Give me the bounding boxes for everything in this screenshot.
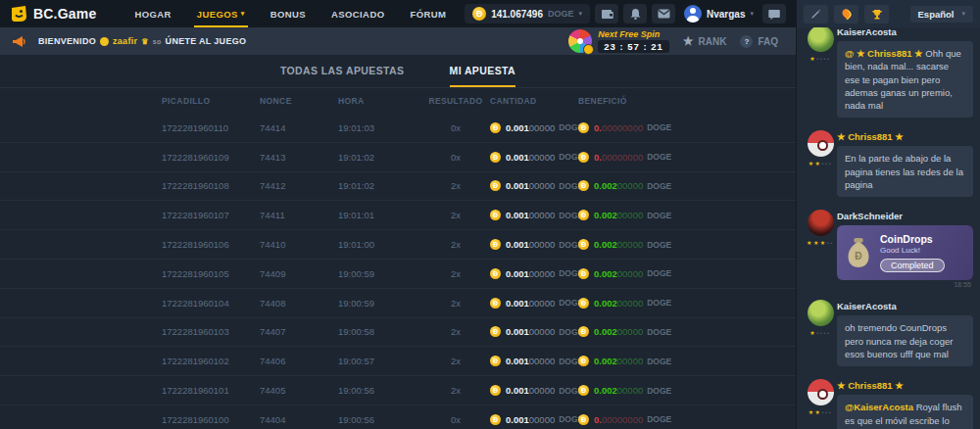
- leaderboard-button[interactable]: [864, 5, 889, 24]
- nav-item-hogar[interactable]: HOGAR: [134, 0, 171, 27]
- notifications-button[interactable]: [623, 4, 647, 24]
- profit-value: 0.: [594, 122, 602, 133]
- bet-time: 19:00:59: [338, 298, 421, 309]
- profit-value: 0.002: [594, 268, 617, 279]
- chevron-down-icon: ▾: [579, 10, 583, 18]
- bet-nonce: 74413: [260, 152, 338, 163]
- nav-item-forum[interactable]: FÓRUM: [410, 0, 446, 27]
- avatar[interactable]: [808, 210, 834, 236]
- table-row[interactable]: 17222819601017440519:00:562x Ð0.00100000…: [0, 376, 796, 405]
- profit-zeros: 00000: [617, 326, 643, 337]
- profit-zeros: 00000000: [602, 122, 643, 133]
- chat-panel-icon: [768, 9, 780, 20]
- free-spin-widget[interactable]: Next Free Spin 23 : 57 : 21: [598, 29, 669, 53]
- avatar[interactable]: [808, 379, 834, 405]
- header-time: HORA: [338, 96, 421, 106]
- table-row[interactable]: 17222819601097441319:01:020x Ð0.00100000…: [0, 143, 796, 172]
- doge-coin-icon: Ð: [490, 385, 501, 396]
- amount-value: 0.001: [506, 239, 529, 250]
- user-badge: so: [153, 38, 162, 45]
- profit-zeros: 00000: [617, 210, 643, 220]
- chat-username[interactable]: ★ Chriss881 ★: [837, 131, 973, 142]
- completed-button[interactable]: Completed: [880, 259, 945, 272]
- mention[interactable]: @ ★ Chriss881 ★: [845, 48, 923, 59]
- announcement-text: BIENVENIDO zaafir ♛ so ÚNETE AL JUEGO: [38, 36, 246, 46]
- table-row[interactable]: 17222819601057440919:00:592x Ð0.00100000…: [0, 260, 796, 289]
- svg-text:Ð: Ð: [855, 252, 861, 262]
- table-row[interactable]: 17222819601077441119:01:012x Ð0.00100000…: [0, 201, 796, 230]
- hot-topics-button[interactable]: [834, 5, 858, 24]
- profit-unit: DOGE: [647, 386, 671, 396]
- faq-button[interactable]: ? FAQ: [740, 35, 778, 48]
- bet-amount: Ð0.00100000DOGE: [490, 239, 578, 250]
- balance-selector[interactable]: Ð 141.067496 DOGE ▾: [465, 4, 590, 24]
- chat-username[interactable]: KaiserAcosta: [837, 27, 973, 37]
- amount-zeros: 00000: [529, 122, 555, 133]
- user-level-stars: ★★•••: [808, 160, 833, 167]
- bet-hash: 1722281960109: [162, 152, 260, 163]
- announced-username[interactable]: zaafir: [113, 36, 137, 46]
- bet-result: 2x: [421, 180, 490, 191]
- table-row[interactable]: 17222819601047440819:00:592x Ð0.00100000…: [0, 289, 796, 318]
- chat-message-list[interactable]: ★•••• KaiserAcosta @ ★ Chriss881 ★ Ohh q…: [797, 27, 980, 429]
- nav-item-bonus[interactable]: BONUS: [270, 0, 306, 27]
- doge-coin-icon: Ð: [578, 152, 589, 163]
- username: Nvargas: [707, 9, 745, 20]
- amount-value: 0.001: [506, 152, 529, 163]
- bet-nonce: 74411: [260, 210, 338, 220]
- avatar[interactable]: [808, 300, 834, 326]
- nav-item-juegos[interactable]: JUEGOS▾: [197, 0, 245, 27]
- bet-profit: Ð0.00200000DOGE: [578, 356, 696, 366]
- rank-label: RANK: [699, 36, 727, 47]
- join-game-link[interactable]: ÚNETE AL JUEGO: [166, 36, 247, 46]
- header-profit: BENEFICIÓ: [578, 96, 696, 106]
- doge-coin-icon: Ð: [578, 385, 589, 396]
- rank-button[interactable]: ★ RANK: [683, 34, 727, 48]
- avatar[interactable]: [808, 130, 834, 157]
- table-row[interactable]: 17222819601067441019:01:002x Ð0.00100000…: [0, 230, 796, 260]
- amount-value: 0.001: [506, 326, 529, 337]
- amount-zeros: 00000: [529, 239, 555, 250]
- chat-bubble: En la parte de abajo de la pagina tienes…: [837, 146, 973, 197]
- user-menu[interactable]: Nvargas ▾: [684, 5, 754, 23]
- chat-username[interactable]: KaiserAcosta: [837, 301, 973, 311]
- money-bag-icon: Ð: [845, 237, 872, 268]
- doge-coin-icon: Ð: [472, 7, 486, 21]
- pen-icon: [810, 9, 821, 20]
- bet-nonce: 74405: [260, 385, 338, 396]
- table-row[interactable]: 17222819601027440619:00:572x Ð0.00100000…: [0, 347, 796, 376]
- table-row[interactable]: 17222819601037440719:00:582x Ð0.00100000…: [0, 318, 796, 348]
- chat-username[interactable]: ★ Chriss881 ★: [837, 380, 973, 391]
- chat-toggle-button[interactable]: [762, 4, 786, 24]
- table-row[interactable]: 17222819601087441219:01:022x Ð0.00100000…: [0, 172, 796, 202]
- messages-button[interactable]: [652, 4, 675, 24]
- doge-coin-icon: Ð: [490, 210, 501, 220]
- bcgame-logo[interactable]: BC.Game: [10, 5, 96, 23]
- coindrops-card[interactable]: Ð CoinDrops Good Luck! Completed: [837, 225, 973, 280]
- bet-hash: 1722281960102: [162, 356, 260, 366]
- flame-icon: [840, 8, 853, 21]
- nav-right-cluster: Ð 141.067496 DOGE ▾ Nvargas ▾: [465, 4, 786, 24]
- bet-nonce: 74409: [260, 268, 338, 279]
- mention[interactable]: @KaiserAcosta: [845, 402, 913, 412]
- chat-rules-button[interactable]: [804, 5, 828, 24]
- chat-bubble: @ ★ Chriss881 ★ Ohh que bien, nada mal..…: [837, 41, 973, 118]
- chat-message: ★★••• ★ Chriss881 ★ En la parte de abajo…: [804, 130, 973, 202]
- bet-time: 19:01:02: [338, 180, 421, 191]
- language-selector[interactable]: Español ▾: [910, 6, 973, 23]
- wallet-button[interactable]: [595, 4, 618, 24]
- nav-item-asociado[interactable]: ASOCIADO: [331, 0, 384, 27]
- bet-amount: Ð0.00100000DOGE: [490, 414, 578, 425]
- tab-all-bets[interactable]: TODAS LAS APUESTAS: [280, 65, 405, 87]
- tab-my-bets[interactable]: MI APUESTA: [450, 65, 516, 87]
- avatar[interactable]: [808, 27, 834, 52]
- table-row[interactable]: 17222819601007440419:00:560x Ð0.00100000…: [0, 405, 796, 429]
- profit-value: 0.: [594, 414, 602, 425]
- table-row[interactable]: 17222819601107441419:01:030x Ð0.00100000…: [0, 114, 796, 143]
- bet-time: 19:01:03: [338, 122, 421, 133]
- bet-profit: Ð0.00200000DOGE: [578, 385, 696, 396]
- chat-username[interactable]: DarkSchneider: [837, 211, 973, 221]
- profit-value: 0.002: [594, 180, 617, 191]
- amount-value: 0.001: [506, 210, 529, 220]
- free-spin-wheel-icon[interactable]: [568, 29, 592, 53]
